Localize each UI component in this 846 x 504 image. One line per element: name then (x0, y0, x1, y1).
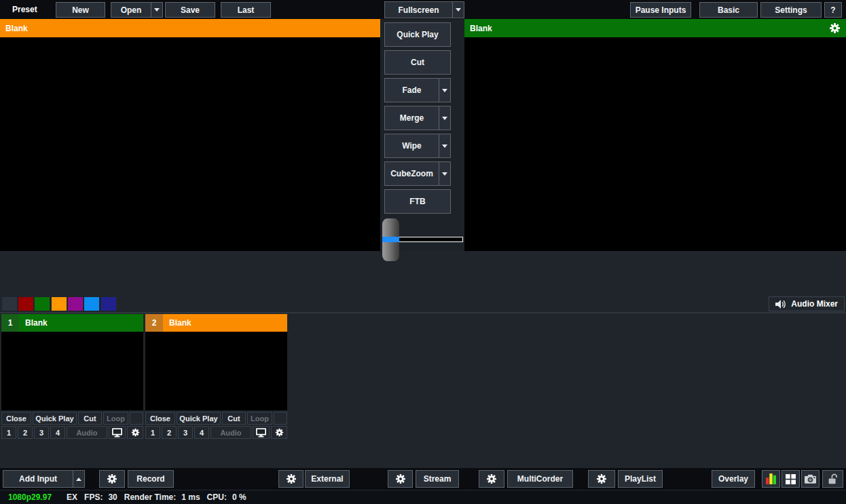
input-number-badge: 2 (145, 314, 163, 332)
wipe-dropdown-button[interactable] (439, 134, 450, 157)
input-1-controls-row-1: Close Quick Play Cut Loop (1, 412, 143, 425)
input-1-controls-row-2: 1 2 3 4 Audio (1, 426, 143, 439)
input-settings-button[interactable] (127, 426, 143, 439)
fade-dropdown-button[interactable] (439, 79, 450, 102)
gear-icon (486, 473, 497, 484)
resolution-status[interactable]: 1080p29.97 (8, 492, 52, 502)
input-overlay-3-button[interactable]: 3 (34, 426, 49, 439)
last-button[interactable]: Last (221, 2, 271, 18)
transition-label: Wipe (385, 134, 439, 157)
input-cut-button[interactable]: Cut (78, 412, 102, 425)
settings-button[interactable]: Settings (760, 2, 822, 18)
input-overlay-2-button[interactable]: 2 (18, 426, 33, 439)
stream-button[interactable]: Stream (416, 470, 459, 488)
input-card-1: 1 Blank Close Quick Play Cut Loop 1 2 3 … (1, 314, 143, 439)
record-button[interactable]: Record (128, 470, 174, 488)
chevron-down-icon (442, 89, 447, 92)
add-input-dropdown-button[interactable] (73, 471, 84, 487)
tbar-handle[interactable] (382, 218, 399, 261)
output-settings-gear-icon[interactable] (829, 22, 841, 34)
color-swatch-green[interactable] (35, 297, 50, 311)
audio-mixer-button[interactable]: Audio Mixer (769, 296, 845, 311)
output-title-bar[interactable]: Blank (464, 19, 846, 37)
transition-label: Cut (411, 58, 424, 67)
input-card-2: 2 Blank Close Quick Play Cut Loop 1 2 3 … (145, 314, 287, 439)
input-loop-button: Loop (247, 412, 272, 425)
chevron-down-icon (442, 172, 447, 176)
transition-label: Quick Play (397, 30, 438, 39)
playlist-button[interactable]: PlayList (618, 470, 663, 488)
input-close-button[interactable]: Close (145, 412, 175, 425)
transition-cut-button[interactable]: Cut (384, 50, 451, 75)
preview-title-bar[interactable]: Blank (0, 19, 380, 37)
transition-cubezoom-button[interactable]: CubeZoom (384, 161, 451, 186)
external-settings-button[interactable] (278, 470, 304, 488)
input-1-video-area[interactable] (1, 332, 143, 410)
input-1-header[interactable]: 1 Blank (1, 314, 143, 332)
input-close-button[interactable]: Close (1, 412, 31, 425)
monitor-icon (112, 428, 122, 438)
audio-levels-toggle-button[interactable] (762, 470, 780, 488)
transition-label: CubeZoom (385, 162, 439, 185)
color-swatch-navy[interactable] (101, 297, 116, 311)
input-overlay-1-button[interactable]: 1 (1, 426, 16, 439)
vmix-window: Preset New Open Save Last Pause Inputs B… (0, 0, 846, 504)
cubezoom-dropdown-button[interactable] (439, 162, 450, 185)
input-fullscreen-button[interactable] (109, 426, 126, 439)
playlist-settings-button[interactable] (588, 470, 615, 488)
help-button[interactable]: ? (824, 2, 842, 18)
basic-button[interactable]: Basic (699, 2, 758, 18)
input-quickplay-button[interactable]: Quick Play (33, 412, 77, 425)
lock-button[interactable] (822, 470, 843, 488)
fullscreen-dropdown-button[interactable] (452, 2, 464, 18)
add-input-button[interactable]: Add Input (3, 470, 85, 488)
input-overlay-2-button[interactable]: 2 (162, 426, 177, 439)
transition-quickplay-button[interactable]: Quick Play (384, 22, 451, 47)
input-footer-spacer (130, 412, 143, 425)
open-button[interactable]: Open (111, 2, 163, 18)
color-swatch-blue[interactable] (84, 297, 99, 311)
input-cut-button[interactable]: Cut (222, 412, 246, 425)
transition-wipe-button[interactable]: Wipe (384, 134, 451, 158)
input-quickplay-button[interactable]: Quick Play (177, 412, 221, 425)
open-dropdown-button[interactable] (151, 3, 162, 17)
multicorder-settings-button[interactable] (479, 470, 504, 488)
chevron-down-icon (442, 144, 447, 148)
render-time-label: Render Time: (124, 492, 176, 502)
record-settings-button[interactable] (99, 470, 125, 488)
input-fullscreen-button[interactable] (253, 426, 270, 439)
stream-settings-button[interactable] (388, 470, 413, 488)
input-overlay-4-button[interactable]: 4 (194, 426, 209, 439)
audio-levels-icon (766, 473, 776, 484)
input-settings-button[interactable] (271, 426, 287, 439)
color-swatch-purple[interactable] (68, 297, 83, 311)
layout-grid-button[interactable] (781, 470, 800, 488)
color-swatch-none[interactable] (2, 297, 17, 311)
input-overlay-3-button[interactable]: 3 (178, 426, 193, 439)
monitor-icon (256, 428, 266, 438)
new-button[interactable]: New (56, 2, 105, 18)
pause-inputs-button[interactable]: Pause Inputs (630, 2, 691, 18)
merge-dropdown-button[interactable] (439, 106, 450, 130)
overlay-button[interactable]: Overlay (712, 470, 755, 488)
camera-icon (805, 474, 816, 484)
input-2-header[interactable]: 2 Blank (145, 314, 287, 332)
snapshot-button[interactable] (801, 470, 820, 488)
input-2-video-area[interactable] (145, 332, 287, 410)
transition-merge-button[interactable]: Merge (384, 106, 451, 130)
color-swatch-red[interactable] (18, 297, 33, 311)
external-button[interactable]: External (305, 470, 350, 488)
input-overlay-4-button[interactable]: 4 (50, 426, 65, 439)
input-overlay-1-button[interactable]: 1 (145, 426, 160, 439)
transition-fade-button[interactable]: Fade (384, 78, 451, 102)
output-title: Blank (470, 24, 492, 33)
ex-flag: EX (67, 492, 77, 502)
multicorder-button[interactable]: MultiCorder (507, 470, 573, 488)
fullscreen-button[interactable]: Fullscreen (384, 1, 464, 18)
color-swatch-orange[interactable] (52, 297, 67, 311)
transition-label: Fade (385, 79, 439, 102)
save-button[interactable]: Save (165, 2, 215, 18)
fps-label: FPS: (84, 492, 103, 502)
transition-ftb-button[interactable]: FTB (384, 189, 451, 214)
tbar-track[interactable] (399, 237, 463, 242)
